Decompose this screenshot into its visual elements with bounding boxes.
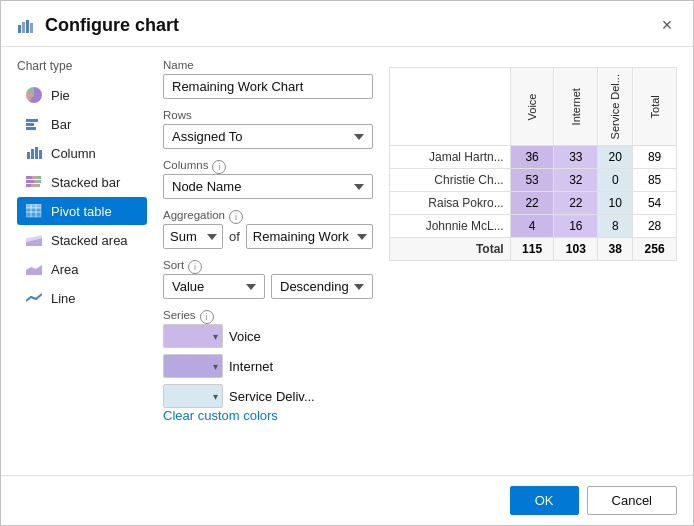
chart-type-column-label: Column xyxy=(51,146,96,161)
chart-type-list: Pie Bar xyxy=(17,81,147,312)
pivot-row-label-2: Raisa Pokro... xyxy=(390,192,511,215)
cancel-button[interactable]: Cancel xyxy=(587,486,677,515)
pivot-corner xyxy=(390,68,511,146)
chart-type-item-pie[interactable]: Pie xyxy=(17,81,147,109)
stacked-area-icon xyxy=(25,231,43,249)
sort-by-select[interactable]: Value xyxy=(163,274,265,299)
sort-label: Sort xyxy=(163,259,184,271)
table-row: Johnnie McL... 4 16 8 28 xyxy=(390,215,677,238)
svg-rect-26 xyxy=(26,212,31,217)
pivot-header-internet: Internet xyxy=(554,68,598,146)
pivot-row-label-0: Jamal Hartn... xyxy=(390,146,511,169)
columns-label: Columns xyxy=(163,159,208,171)
dialog-footer: OK Cancel xyxy=(1,475,693,525)
aggregation-info-icon[interactable]: i xyxy=(229,210,243,224)
series-label-row: Series i xyxy=(163,309,373,324)
columns-info-icon[interactable]: i xyxy=(212,160,226,174)
pivot-cell-voice-3: 4 xyxy=(510,215,554,238)
pivot-row-label-3: Johnnie McL... xyxy=(390,215,511,238)
chart-type-bar-label: Bar xyxy=(51,117,71,132)
clear-colors-link[interactable]: Clear custom colors xyxy=(163,408,278,423)
chart-type-panel: Chart type Pie xyxy=(17,59,147,463)
svg-rect-17 xyxy=(26,184,31,187)
sort-label-row: Sort i xyxy=(163,259,373,274)
series-info-icon[interactable]: i xyxy=(200,310,214,324)
dialog-body: Chart type Pie xyxy=(1,47,693,475)
name-input[interactable] xyxy=(163,74,373,99)
pivot-totals-service: 38 xyxy=(598,238,633,261)
chart-type-item-column[interactable]: Column xyxy=(17,139,147,167)
svg-rect-18 xyxy=(31,184,37,187)
pivot-cell-internet-0: 33 xyxy=(554,146,598,169)
chart-icon xyxy=(17,17,35,35)
preview-panel: Voice Internet Service Del... Total Jama… xyxy=(389,59,677,463)
chart-type-item-area[interactable]: Area xyxy=(17,255,147,283)
chart-type-pivot-label: Pivot table xyxy=(51,204,112,219)
chart-type-label: Chart type xyxy=(17,59,147,73)
configure-chart-dialog: Configure chart × Chart type Pie xyxy=(0,0,694,526)
pivot-cell-voice-0: 36 xyxy=(510,146,554,169)
series-label: Series xyxy=(163,309,196,321)
internet-label: Internet xyxy=(229,359,273,374)
series-list: ▾ Voice ▾ Internet ▾ xyxy=(163,324,373,408)
table-row: Raisa Pokro... 22 22 10 54 xyxy=(390,192,677,215)
table-row-totals: Total 115 103 38 256 xyxy=(390,238,677,261)
sort-info-icon[interactable]: i xyxy=(188,260,202,274)
service-color-box[interactable]: ▾ xyxy=(163,384,223,408)
aggregation-label-row: Aggregation i xyxy=(163,209,373,224)
columns-select[interactable]: Node Name xyxy=(163,174,373,199)
pivot-preview-table: Voice Internet Service Del... Total Jama… xyxy=(389,67,677,261)
svg-rect-7 xyxy=(27,152,30,159)
pivot-cell-internet-2: 22 xyxy=(554,192,598,215)
aggregation-field-select[interactable]: Remaining Work xyxy=(246,224,373,249)
ok-button[interactable]: OK xyxy=(510,486,579,515)
service-label: Service Deliv... xyxy=(229,389,315,404)
chart-type-item-bar[interactable]: Bar xyxy=(17,110,147,138)
chart-type-item-stacked-bar[interactable]: Stacked bar xyxy=(17,168,147,196)
close-button[interactable]: × xyxy=(653,11,681,39)
pivot-cell-service-1: 0 xyxy=(598,169,633,192)
pivot-header-voice: Voice xyxy=(510,68,554,146)
svg-rect-14 xyxy=(26,180,34,183)
svg-rect-25 xyxy=(36,208,41,212)
service-chevron-icon: ▾ xyxy=(213,391,218,402)
bar-chart-icon xyxy=(25,115,43,133)
svg-rect-11 xyxy=(26,176,32,179)
columns-label-row: Columns i xyxy=(163,159,373,174)
series-item-internet: ▾ Internet xyxy=(163,354,373,378)
svg-rect-8 xyxy=(31,149,34,159)
pivot-cell-total-1: 85 xyxy=(633,169,677,192)
svg-rect-20 xyxy=(26,204,31,208)
internet-color-box[interactable]: ▾ xyxy=(163,354,223,378)
name-label: Name xyxy=(163,59,373,71)
svg-rect-10 xyxy=(39,150,42,159)
svg-rect-13 xyxy=(37,176,41,179)
pivot-header-service: Service Del... xyxy=(598,68,633,146)
aggregation-field-group: Aggregation i Sum of Remaining Work xyxy=(163,209,373,249)
chart-type-pie-label: Pie xyxy=(51,88,70,103)
sort-order-select[interactable]: Descending xyxy=(271,274,373,299)
svg-rect-1 xyxy=(22,22,25,33)
sort-row: Value Descending xyxy=(163,274,373,299)
line-icon xyxy=(25,289,43,307)
table-row: Jamal Hartn... 36 33 20 89 xyxy=(390,146,677,169)
svg-rect-9 xyxy=(35,147,38,159)
svg-rect-23 xyxy=(26,208,31,212)
pivot-totals-internet: 103 xyxy=(554,238,598,261)
chart-type-item-stacked-area[interactable]: Stacked area xyxy=(17,226,147,254)
chart-type-item-pivot-table[interactable]: Pivot table xyxy=(17,197,147,225)
rows-label: Rows xyxy=(163,109,373,121)
voice-color-box[interactable]: ▾ xyxy=(163,324,223,348)
svg-rect-24 xyxy=(31,208,36,212)
series-item-service: ▾ Service Deliv... xyxy=(163,384,373,408)
aggregation-func-select[interactable]: Sum xyxy=(163,224,223,249)
chart-type-item-line[interactable]: Line xyxy=(17,284,147,312)
pivot-cell-voice-2: 22 xyxy=(510,192,554,215)
svg-rect-27 xyxy=(31,212,36,217)
pivot-row-label-1: Christie Ch... xyxy=(390,169,511,192)
svg-rect-0 xyxy=(18,25,21,33)
rows-select[interactable]: Assigned To xyxy=(163,124,373,149)
pie-chart-icon xyxy=(25,86,43,104)
pivot-totals-voice: 115 xyxy=(510,238,554,261)
svg-rect-19 xyxy=(37,184,40,187)
